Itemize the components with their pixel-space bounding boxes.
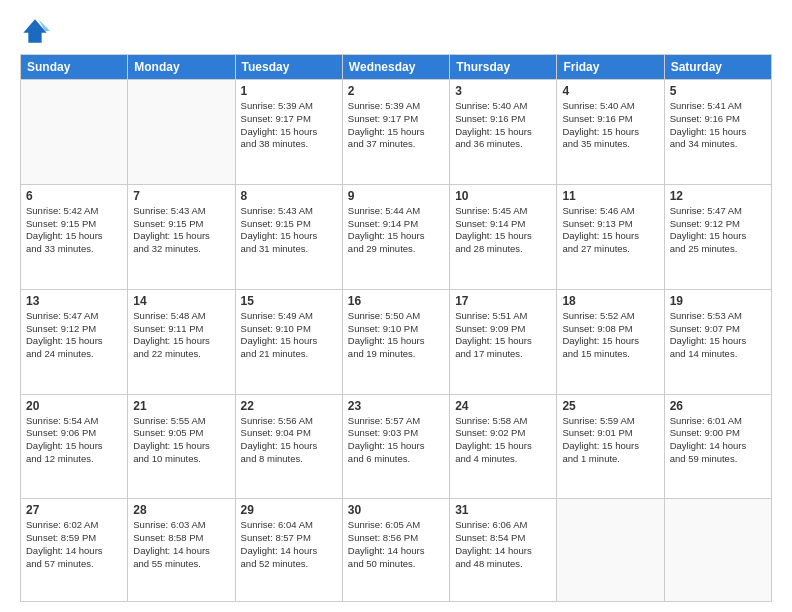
day-number: 22	[241, 399, 337, 413]
day-number: 5	[670, 84, 766, 98]
calendar-cell: 4Sunrise: 5:40 AM Sunset: 9:16 PM Daylig…	[557, 80, 664, 185]
day-number: 30	[348, 503, 444, 517]
day-detail: Sunrise: 6:06 AM Sunset: 8:54 PM Dayligh…	[455, 519, 551, 570]
day-number: 10	[455, 189, 551, 203]
weekday-header-friday: Friday	[557, 55, 664, 80]
weekday-header-sunday: Sunday	[21, 55, 128, 80]
weekday-header-saturday: Saturday	[664, 55, 771, 80]
day-number: 3	[455, 84, 551, 98]
day-detail: Sunrise: 5:53 AM Sunset: 9:07 PM Dayligh…	[670, 310, 766, 361]
day-number: 25	[562, 399, 658, 413]
day-detail: Sunrise: 5:46 AM Sunset: 9:13 PM Dayligh…	[562, 205, 658, 256]
day-number: 16	[348, 294, 444, 308]
calendar-cell	[664, 499, 771, 602]
week-row-2: 6Sunrise: 5:42 AM Sunset: 9:15 PM Daylig…	[21, 184, 772, 289]
day-number: 11	[562, 189, 658, 203]
calendar-cell: 15Sunrise: 5:49 AM Sunset: 9:10 PM Dayli…	[235, 289, 342, 394]
calendar-cell: 9Sunrise: 5:44 AM Sunset: 9:14 PM Daylig…	[342, 184, 449, 289]
calendar-cell: 16Sunrise: 5:50 AM Sunset: 9:10 PM Dayli…	[342, 289, 449, 394]
day-detail: Sunrise: 5:43 AM Sunset: 9:15 PM Dayligh…	[133, 205, 229, 256]
calendar-cell: 26Sunrise: 6:01 AM Sunset: 9:00 PM Dayli…	[664, 394, 771, 499]
day-number: 26	[670, 399, 766, 413]
header	[20, 16, 772, 46]
day-detail: Sunrise: 5:49 AM Sunset: 9:10 PM Dayligh…	[241, 310, 337, 361]
calendar-cell: 12Sunrise: 5:47 AM Sunset: 9:12 PM Dayli…	[664, 184, 771, 289]
day-number: 29	[241, 503, 337, 517]
day-number: 15	[241, 294, 337, 308]
day-detail: Sunrise: 5:43 AM Sunset: 9:15 PM Dayligh…	[241, 205, 337, 256]
day-detail: Sunrise: 6:02 AM Sunset: 8:59 PM Dayligh…	[26, 519, 122, 570]
day-detail: Sunrise: 6:03 AM Sunset: 8:58 PM Dayligh…	[133, 519, 229, 570]
day-detail: Sunrise: 5:55 AM Sunset: 9:05 PM Dayligh…	[133, 415, 229, 466]
calendar-cell: 5Sunrise: 5:41 AM Sunset: 9:16 PM Daylig…	[664, 80, 771, 185]
day-number: 20	[26, 399, 122, 413]
day-number: 23	[348, 399, 444, 413]
day-number: 13	[26, 294, 122, 308]
day-detail: Sunrise: 5:59 AM Sunset: 9:01 PM Dayligh…	[562, 415, 658, 466]
day-detail: Sunrise: 5:57 AM Sunset: 9:03 PM Dayligh…	[348, 415, 444, 466]
day-detail: Sunrise: 5:47 AM Sunset: 9:12 PM Dayligh…	[670, 205, 766, 256]
logo-icon	[20, 16, 50, 46]
calendar-cell: 21Sunrise: 5:55 AM Sunset: 9:05 PM Dayli…	[128, 394, 235, 499]
week-row-4: 20Sunrise: 5:54 AM Sunset: 9:06 PM Dayli…	[21, 394, 772, 499]
day-number: 2	[348, 84, 444, 98]
calendar-cell: 28Sunrise: 6:03 AM Sunset: 8:58 PM Dayli…	[128, 499, 235, 602]
calendar-cell: 3Sunrise: 5:40 AM Sunset: 9:16 PM Daylig…	[450, 80, 557, 185]
calendar-cell: 1Sunrise: 5:39 AM Sunset: 9:17 PM Daylig…	[235, 80, 342, 185]
calendar-cell: 22Sunrise: 5:56 AM Sunset: 9:04 PM Dayli…	[235, 394, 342, 499]
calendar-cell: 31Sunrise: 6:06 AM Sunset: 8:54 PM Dayli…	[450, 499, 557, 602]
day-detail: Sunrise: 5:45 AM Sunset: 9:14 PM Dayligh…	[455, 205, 551, 256]
weekday-header-wednesday: Wednesday	[342, 55, 449, 80]
day-detail: Sunrise: 5:40 AM Sunset: 9:16 PM Dayligh…	[562, 100, 658, 151]
weekday-header-monday: Monday	[128, 55, 235, 80]
day-number: 6	[26, 189, 122, 203]
day-detail: Sunrise: 6:05 AM Sunset: 8:56 PM Dayligh…	[348, 519, 444, 570]
day-number: 7	[133, 189, 229, 203]
day-detail: Sunrise: 5:47 AM Sunset: 9:12 PM Dayligh…	[26, 310, 122, 361]
calendar-cell	[128, 80, 235, 185]
day-detail: Sunrise: 5:56 AM Sunset: 9:04 PM Dayligh…	[241, 415, 337, 466]
day-detail: Sunrise: 5:40 AM Sunset: 9:16 PM Dayligh…	[455, 100, 551, 151]
day-number: 8	[241, 189, 337, 203]
day-number: 12	[670, 189, 766, 203]
logo	[20, 16, 54, 46]
day-detail: Sunrise: 5:51 AM Sunset: 9:09 PM Dayligh…	[455, 310, 551, 361]
day-number: 17	[455, 294, 551, 308]
calendar-cell: 18Sunrise: 5:52 AM Sunset: 9:08 PM Dayli…	[557, 289, 664, 394]
page: SundayMondayTuesdayWednesdayThursdayFrid…	[0, 0, 792, 612]
day-detail: Sunrise: 5:42 AM Sunset: 9:15 PM Dayligh…	[26, 205, 122, 256]
calendar-cell: 29Sunrise: 6:04 AM Sunset: 8:57 PM Dayli…	[235, 499, 342, 602]
svg-marker-0	[23, 19, 46, 42]
day-detail: Sunrise: 6:04 AM Sunset: 8:57 PM Dayligh…	[241, 519, 337, 570]
week-row-1: 1Sunrise: 5:39 AM Sunset: 9:17 PM Daylig…	[21, 80, 772, 185]
calendar-cell	[557, 499, 664, 602]
day-number: 4	[562, 84, 658, 98]
calendar-cell: 27Sunrise: 6:02 AM Sunset: 8:59 PM Dayli…	[21, 499, 128, 602]
calendar-cell: 25Sunrise: 5:59 AM Sunset: 9:01 PM Dayli…	[557, 394, 664, 499]
day-number: 1	[241, 84, 337, 98]
calendar-cell: 23Sunrise: 5:57 AM Sunset: 9:03 PM Dayli…	[342, 394, 449, 499]
week-row-3: 13Sunrise: 5:47 AM Sunset: 9:12 PM Dayli…	[21, 289, 772, 394]
calendar-cell: 14Sunrise: 5:48 AM Sunset: 9:11 PM Dayli…	[128, 289, 235, 394]
day-detail: Sunrise: 5:44 AM Sunset: 9:14 PM Dayligh…	[348, 205, 444, 256]
day-number: 28	[133, 503, 229, 517]
week-row-5: 27Sunrise: 6:02 AM Sunset: 8:59 PM Dayli…	[21, 499, 772, 602]
day-number: 19	[670, 294, 766, 308]
day-number: 31	[455, 503, 551, 517]
day-detail: Sunrise: 5:41 AM Sunset: 9:16 PM Dayligh…	[670, 100, 766, 151]
calendar-cell: 24Sunrise: 5:58 AM Sunset: 9:02 PM Dayli…	[450, 394, 557, 499]
day-number: 14	[133, 294, 229, 308]
day-number: 27	[26, 503, 122, 517]
calendar-cell: 7Sunrise: 5:43 AM Sunset: 9:15 PM Daylig…	[128, 184, 235, 289]
day-number: 18	[562, 294, 658, 308]
day-detail: Sunrise: 6:01 AM Sunset: 9:00 PM Dayligh…	[670, 415, 766, 466]
day-detail: Sunrise: 5:54 AM Sunset: 9:06 PM Dayligh…	[26, 415, 122, 466]
calendar-cell: 17Sunrise: 5:51 AM Sunset: 9:09 PM Dayli…	[450, 289, 557, 394]
calendar-cell: 2Sunrise: 5:39 AM Sunset: 9:17 PM Daylig…	[342, 80, 449, 185]
weekday-header-tuesday: Tuesday	[235, 55, 342, 80]
calendar-cell	[21, 80, 128, 185]
calendar-cell: 20Sunrise: 5:54 AM Sunset: 9:06 PM Dayli…	[21, 394, 128, 499]
day-detail: Sunrise: 5:50 AM Sunset: 9:10 PM Dayligh…	[348, 310, 444, 361]
calendar-cell: 30Sunrise: 6:05 AM Sunset: 8:56 PM Dayli…	[342, 499, 449, 602]
day-detail: Sunrise: 5:48 AM Sunset: 9:11 PM Dayligh…	[133, 310, 229, 361]
